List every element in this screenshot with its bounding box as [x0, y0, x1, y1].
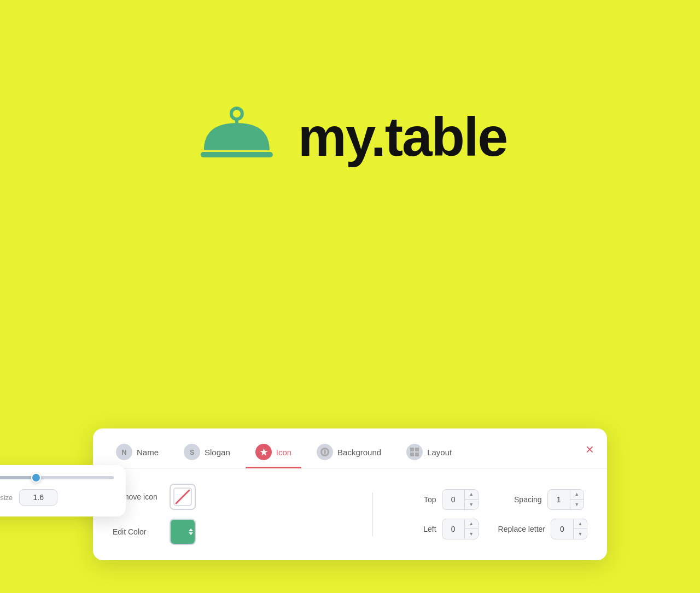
slider-bottom: Icon size — [0, 489, 114, 506]
spacing-label: Spacing — [498, 495, 542, 504]
arrow-down-icon — [189, 532, 193, 535]
close-button[interactable]: × — [586, 442, 594, 464]
tab-icon[interactable]: ★ Icon — [246, 438, 301, 468]
left-label: Left — [393, 525, 436, 533]
edit-color-row: Edit Color — [113, 519, 352, 545]
icon-size-label: Icon size — [0, 494, 13, 502]
replace-letter-value: 0 — [551, 520, 573, 538]
left-spinner[interactable]: 0 ▲ ▼ — [442, 519, 479, 539]
tabs-bar: N Name S Slogan ★ Icon Backgro — [93, 428, 607, 468]
tab-background[interactable]: Background — [307, 438, 391, 468]
svg-rect-1 — [201, 152, 273, 157]
spacing-decrement-button[interactable]: ▼ — [570, 500, 584, 509]
replace-letter-decrement-button[interactable]: ▼ — [574, 529, 587, 539]
svg-rect-5 — [410, 448, 414, 451]
tab-layout[interactable]: Layout — [396, 438, 462, 468]
paint-bucket-icon — [320, 447, 330, 457]
tab-slogan-circle: S — [184, 444, 200, 460]
color-swatch — [171, 520, 195, 544]
slider-thumb[interactable] — [31, 473, 41, 483]
top-spinner[interactable]: 0 ▲ ▼ — [442, 489, 479, 510]
logo-area: my.table — [193, 98, 507, 175]
replace-letter-control: Replace letter 0 ▲ ▼ — [498, 519, 587, 539]
remove-icon-button[interactable] — [170, 484, 196, 510]
remove-icon-row: Remove icon — [113, 484, 352, 510]
tab-name[interactable]: N Name — [106, 438, 168, 468]
replace-letter-spinner-buttons: ▲ ▼ — [573, 519, 587, 539]
slash-icon — [173, 487, 192, 507]
spacing-increment-button[interactable]: ▲ — [570, 490, 584, 500]
spacing-spinner[interactable]: 1 ▲ ▼ — [547, 489, 584, 510]
replace-letter-spinner[interactable]: 0 ▲ ▼ — [551, 519, 587, 539]
tab-slogan[interactable]: S Slogan — [174, 438, 240, 468]
left-increment-button[interactable]: ▲ — [465, 519, 478, 529]
top-decrement-button[interactable]: ▼ — [465, 500, 478, 509]
slider-track[interactable] — [0, 476, 114, 479]
left-value: 0 — [442, 520, 464, 538]
svg-rect-7 — [410, 453, 414, 456]
panel-body: Remove icon Edit Color — [93, 468, 607, 560]
tab-icon-circle: ★ — [255, 444, 272, 460]
left-control: Left 0 ▲ ▼ — [393, 519, 479, 539]
replace-letter-label: Replace letter — [498, 525, 545, 533]
svg-rect-8 — [415, 453, 419, 456]
left-replace-row: Left 0 ▲ ▼ Replace letter 0 — [393, 519, 587, 539]
top-label: Top — [393, 495, 436, 504]
top-spinner-buttons: ▲ ▼ — [464, 490, 478, 509]
top-control: Top 0 ▲ ▼ — [393, 489, 479, 510]
color-swatch-arrows — [189, 529, 193, 535]
icon-controls-right: Top 0 ▲ ▼ Spacing 1 ▲ — [393, 489, 587, 539]
edit-color-button[interactable] — [170, 519, 196, 545]
layout-icon — [410, 447, 419, 457]
svg-point-0 — [231, 108, 242, 119]
spacing-control: Spacing 1 ▲ ▼ — [498, 489, 584, 510]
left-spinner-buttons: ▲ ▼ — [464, 519, 478, 539]
logo-text: my.table — [298, 109, 507, 164]
top-spacing-row: Top 0 ▲ ▼ Spacing 1 ▲ — [393, 489, 587, 510]
tab-layout-circle — [406, 444, 423, 460]
tab-name-circle: N — [116, 444, 132, 460]
left-decrement-button[interactable]: ▼ — [465, 529, 478, 539]
bottom-panel: N Name S Slogan ★ Icon Backgro — [93, 428, 607, 560]
spacing-spinner-buttons: ▲ ▼ — [570, 490, 584, 509]
icon-controls-left: Remove icon Edit Color — [113, 484, 352, 545]
top-increment-button[interactable]: ▲ — [465, 490, 478, 500]
replace-letter-increment-button[interactable]: ▲ — [574, 519, 587, 529]
top-value: 0 — [442, 491, 464, 508]
svg-rect-6 — [415, 448, 419, 451]
panel-divider — [372, 492, 373, 536]
arrow-up-icon — [189, 529, 193, 531]
edit-color-label: Edit Color — [113, 527, 162, 536]
tab-background-circle — [317, 444, 333, 460]
cloche-svg-icon — [193, 98, 281, 175]
icon-size-input[interactable] — [19, 489, 57, 506]
logo-icon — [193, 98, 281, 175]
spacing-value: 1 — [548, 491, 570, 508]
slider-panel: Icon size — [0, 465, 126, 516]
